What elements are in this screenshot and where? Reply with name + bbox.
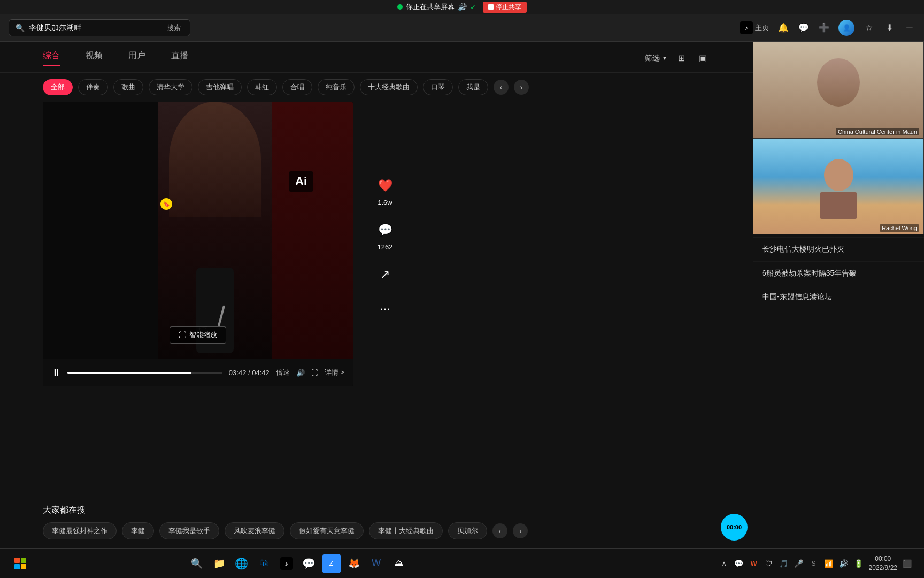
like-button[interactable]: ❤️	[374, 175, 396, 196]
tray-battery-icon[interactable]: 🔋	[853, 558, 865, 569]
tag-accompany[interactable]: 伴奏	[78, 79, 108, 95]
search-tag-6[interactable]: 贝加尔	[448, 522, 487, 539]
taskbar-store[interactable]: 🛍	[255, 554, 274, 573]
notification-icon[interactable]: ⬛	[902, 558, 913, 569]
grid-view-button[interactable]: ⊞	[674, 51, 689, 66]
taskbar: 🔍 📁 🌐 🛍 ♪ 💬 Z 🦊 W ⛰ ∧ 💬 W 🛡 🎵 🎤 S 📶 🔊 🔋 …	[0, 548, 924, 578]
video-call-person-1-bg	[753, 42, 923, 138]
tray-security-icon[interactable]: 🛡	[763, 558, 775, 569]
star-icon[interactable]: ☆	[863, 22, 875, 34]
tag-all[interactable]: 全部	[43, 79, 73, 95]
progress-bar[interactable]	[67, 372, 222, 374]
tray-type-icon[interactable]: S	[808, 558, 820, 569]
tab-live[interactable]: 直播	[171, 50, 188, 66]
windows-logo	[14, 558, 26, 569]
browser-nav: ♪ 主页 🔔 💬 ➕ 👤 ☆ ⬇ ─	[740, 20, 915, 36]
tag-tsinghua[interactable]: 清华大学	[149, 79, 192, 95]
tag-chorus[interactable]: 合唱	[282, 79, 312, 95]
minimize-icon[interactable]: ─	[904, 22, 915, 34]
tag-next-button[interactable]: ›	[514, 80, 529, 95]
tray-chat-icon[interactable]: 💬	[733, 558, 745, 569]
comment-button[interactable]: 💬	[374, 219, 396, 241]
chat-icon[interactable]: 💬	[798, 22, 810, 34]
home-nav-item[interactable]: ♪ 主页	[740, 21, 769, 34]
system-clock[interactable]: 00:00 2022/9/22	[869, 554, 897, 573]
search-tag-4[interactable]: 假如爱有天意李健	[290, 522, 364, 539]
tray-volume-icon[interactable]: 🔊	[838, 558, 850, 569]
filter-button[interactable]: 筛选 ▼	[645, 54, 667, 63]
performer-area: 打下	[158, 102, 273, 359]
speed-button[interactable]: 倍速	[276, 368, 290, 377]
video-side-icons: ❤️ 1.6w 💬 1262 ↗ ···	[374, 175, 396, 330]
video-call-1[interactable]: China Cultural Center in Mauri	[753, 42, 924, 138]
search-tag-3[interactable]: 风吹麦浪李健	[225, 522, 284, 539]
search-tag-1[interactable]: 李健	[122, 522, 154, 539]
search-icon: 🔍	[16, 24, 25, 32]
time-display: 03:42 / 04:42	[229, 369, 270, 377]
start-button[interactable]	[11, 554, 30, 573]
trending-item-9[interactable]: 中国-东盟信息港论坛	[753, 285, 924, 309]
tray-music-icon[interactable]: 🎵	[778, 558, 790, 569]
search-button[interactable]: 搜索	[167, 23, 181, 33]
chevron-down-icon: ▼	[662, 55, 667, 61]
fullscreen-button[interactable]: ⛶	[311, 369, 318, 377]
video-calls-panel: China Cultural Center in Mauri Rachel Wo…	[753, 42, 924, 234]
taskbar-wechat[interactable]: 💬	[299, 554, 319, 573]
search-tag-0[interactable]: 李健最强封神之作	[43, 522, 117, 539]
more-button[interactable]: ···	[374, 298, 396, 320]
tag-instrumental[interactable]: 纯音乐	[318, 79, 355, 95]
smart-shrink-button[interactable]: ⛶ 智能缩放	[170, 326, 226, 344]
tag-more[interactable]: 我是	[458, 79, 488, 95]
tray-up-arrow[interactable]: ∧	[718, 558, 730, 569]
plus-icon[interactable]: ➕	[818, 22, 830, 34]
search-tag-prev[interactable]: ‹	[492, 523, 507, 538]
tag-harmonica[interactable]: 口琴	[423, 79, 453, 95]
taskbar-edge[interactable]: 🌐	[232, 554, 251, 573]
tray-wps-icon[interactable]: W	[748, 558, 760, 569]
video-right-bg	[272, 102, 353, 359]
volume-button[interactable]: 🔊	[296, 369, 305, 377]
tag-guitar[interactable]: 吉他弹唱	[198, 79, 242, 95]
pause-button[interactable]: ⏸	[51, 367, 61, 378]
taskbar-search[interactable]: 🔍	[187, 554, 206, 573]
trending-item-8[interactable]: 6船员被劫杀案时隔35年告破	[753, 262, 924, 286]
tag-classic[interactable]: 十大经典歌曲	[360, 79, 418, 95]
tag-prev-button[interactable]: ‹	[494, 80, 509, 95]
user-avatar[interactable]: 👤	[838, 20, 854, 36]
comment-count: 1262	[378, 243, 393, 251]
taskbar-zoom[interactable]: Z	[322, 554, 341, 573]
people-search-title: 大家都在搜	[43, 505, 710, 516]
tray-mic-icon[interactable]: 🎤	[793, 558, 805, 569]
tag-song[interactable]: 歌曲	[113, 79, 143, 95]
video-call-2[interactable]: Rachel Wong	[753, 138, 924, 234]
tab-video[interactable]: 视频	[86, 50, 103, 66]
stop-share-button[interactable]: 停止共享	[483, 2, 527, 13]
clock-time: 00:00	[869, 554, 897, 564]
tray-network-icon[interactable]: 📶	[823, 558, 835, 569]
tag-hanhong[interactable]: 韩红	[247, 79, 277, 95]
search-tag-next[interactable]: ›	[513, 523, 528, 538]
taskbar-word[interactable]: W	[367, 554, 386, 573]
download-icon[interactable]: ⬇	[883, 22, 895, 34]
taskbar-tiktok[interactable]: ♪	[277, 554, 296, 573]
trending-item-7[interactable]: 长沙电信大楼明火已扑灭	[753, 238, 924, 262]
search-input[interactable]	[29, 24, 163, 32]
video-container[interactable]: 打下 🔖 Ai ⛶	[43, 102, 353, 386]
search-tag-5[interactable]: 李健十大经典歌曲	[369, 522, 443, 539]
video-controls: ⏸ 03:42 / 04:42 倍速 🔊 ⛶ 详情 >	[43, 359, 353, 386]
tab-comprehensive[interactable]: 综合	[43, 50, 60, 66]
filter-controls: 筛选 ▼ ⊞ ▣	[645, 51, 710, 66]
details-button[interactable]: 详情 >	[325, 368, 344, 377]
taskbar-files[interactable]: 📁	[210, 554, 229, 573]
share-button[interactable]: ↗	[374, 264, 396, 285]
list-view-button[interactable]: ▣	[695, 51, 710, 66]
timer-circle[interactable]: 00:00	[721, 514, 748, 541]
taskbar-mountain[interactable]: ⛰	[389, 554, 409, 573]
taskbar-firefox[interactable]: 🦊	[344, 554, 364, 573]
tab-user[interactable]: 用户	[128, 50, 145, 66]
bell-icon[interactable]: 🔔	[777, 22, 789, 34]
person-2-area	[820, 159, 857, 219]
tiktok-logo: ♪	[740, 21, 753, 34]
search-tag-2[interactable]: 李健我是歌手	[159, 522, 219, 539]
more-group: ···	[374, 298, 396, 320]
